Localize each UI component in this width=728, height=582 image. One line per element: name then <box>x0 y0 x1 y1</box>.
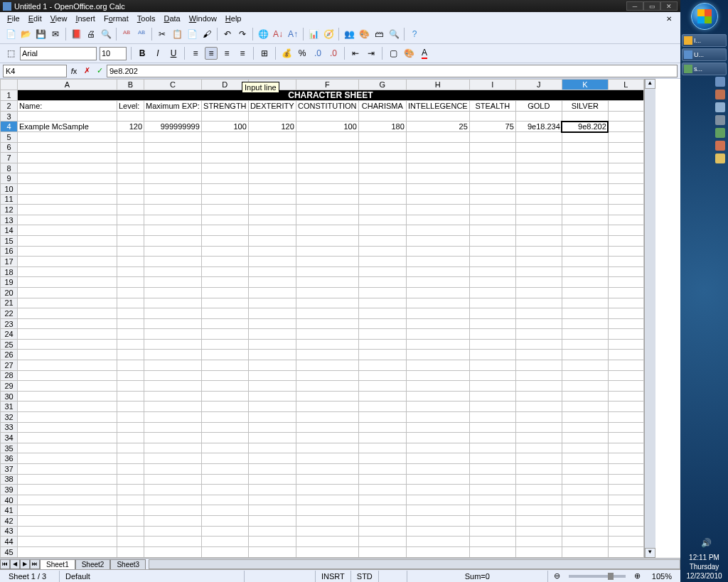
cell-K11[interactable] <box>562 194 608 205</box>
row-header-19[interactable]: 19 <box>1 277 18 288</box>
cell-E31[interactable] <box>248 402 296 412</box>
cell-D44[interactable] <box>201 537 248 547</box>
cell-B3[interactable] <box>117 111 144 122</box>
cell-H6[interactable] <box>406 142 469 153</box>
cell-L33[interactable] <box>608 422 643 433</box>
row-header-43[interactable]: 43 <box>1 526 18 537</box>
row-header-12[interactable]: 12 <box>1 205 18 215</box>
cell-L41[interactable] <box>608 505 643 516</box>
zoom-slider[interactable] <box>569 575 626 578</box>
cell-K37[interactable] <box>562 464 608 475</box>
cell-G32[interactable] <box>358 412 406 423</box>
cell-A9[interactable] <box>18 173 117 184</box>
cell-H38[interactable] <box>406 474 469 485</box>
row-header-11[interactable]: 11 <box>1 194 18 205</box>
cell-K33[interactable] <box>562 422 608 433</box>
cell-E3[interactable] <box>248 111 296 122</box>
cell-C14[interactable] <box>144 225 202 236</box>
cell-F29[interactable] <box>296 381 358 392</box>
cell-C22[interactable] <box>144 308 202 319</box>
tab-first-icon[interactable]: ⏮ <box>0 559 10 569</box>
cell-A12[interactable] <box>18 205 117 215</box>
font-size-select[interactable] <box>100 47 127 60</box>
zoom-in-icon[interactable]: ⊕ <box>628 571 646 582</box>
cell-I20[interactable] <box>469 287 515 298</box>
cell-D8[interactable] <box>201 163 248 173</box>
cell-C13[interactable] <box>144 215 202 225</box>
cell-D21[interactable] <box>201 298 248 308</box>
cell-B14[interactable] <box>117 225 144 236</box>
row-header-8[interactable]: 8 <box>1 163 18 173</box>
cell-I33[interactable] <box>469 422 515 433</box>
cell-H20[interactable] <box>406 287 469 298</box>
cell-K19[interactable] <box>562 277 608 288</box>
cell-I3[interactable] <box>469 111 515 122</box>
row-header-37[interactable]: 37 <box>1 464 18 475</box>
cell-I5[interactable] <box>469 132 515 143</box>
cell-G11[interactable] <box>358 194 406 205</box>
cell-K6[interactable] <box>562 142 608 153</box>
cell-C38[interactable] <box>144 474 202 485</box>
row-header-41[interactable]: 41 <box>1 505 18 516</box>
row-header-13[interactable]: 13 <box>1 215 18 225</box>
cell-B35[interactable] <box>117 443 144 453</box>
indent-dec-icon[interactable]: ⇤ <box>349 47 362 60</box>
cell-J23[interactable] <box>515 318 562 329</box>
scroll-down-icon[interactable]: ▼ <box>645 548 655 558</box>
chart-icon[interactable]: 📊 <box>307 28 320 41</box>
col-header-I[interactable]: I <box>469 80 515 90</box>
cell-L40[interactable] <box>608 495 643 505</box>
cell-B11[interactable] <box>117 194 144 205</box>
cell-K35[interactable] <box>562 443 608 453</box>
cell-K36[interactable] <box>562 453 608 464</box>
cell-A6[interactable] <box>18 142 117 153</box>
cell-K34[interactable] <box>562 433 608 443</box>
cell-K39[interactable] <box>562 485 608 495</box>
cell-G25[interactable] <box>358 339 406 350</box>
currency-icon[interactable]: 💰 <box>280 47 293 60</box>
cell-A5[interactable] <box>18 132 117 143</box>
cell-F22[interactable] <box>296 308 358 319</box>
cell-G37[interactable] <box>358 464 406 475</box>
cell-C31[interactable] <box>144 402 202 412</box>
cell-K22[interactable] <box>562 308 608 319</box>
cell-B7[interactable] <box>117 153 144 163</box>
cell-E20[interactable] <box>248 287 296 298</box>
cell-C26[interactable] <box>144 350 202 360</box>
cell-J38[interactable] <box>515 474 562 485</box>
cell-B30[interactable] <box>117 391 144 402</box>
cell-F17[interactable] <box>296 257 358 267</box>
cell-A33[interactable] <box>18 422 117 433</box>
cell-I41[interactable] <box>469 505 515 516</box>
cell-C23[interactable] <box>144 318 202 329</box>
cell-I36[interactable] <box>469 453 515 464</box>
row-header-45[interactable]: 45 <box>1 546 18 557</box>
cancel-icon[interactable]: ✗ <box>81 65 92 77</box>
cell-F11[interactable] <box>296 194 358 205</box>
row-header-24[interactable]: 24 <box>1 329 18 340</box>
row-header-22[interactable]: 22 <box>1 308 18 319</box>
cell-F41[interactable] <box>296 505 358 516</box>
cell-H36[interactable] <box>406 453 469 464</box>
cell-F40[interactable] <box>296 495 358 505</box>
cell-K5[interactable] <box>562 132 608 143</box>
cell-L39[interactable] <box>608 485 643 495</box>
cell-K8[interactable] <box>562 163 608 173</box>
cell-I34[interactable] <box>469 433 515 443</box>
cell-E7[interactable] <box>248 153 296 163</box>
cell-J11[interactable] <box>515 194 562 205</box>
row-header-36[interactable]: 36 <box>1 453 18 464</box>
cell-A2[interactable]: Name: <box>18 101 117 112</box>
cell-H25[interactable] <box>406 339 469 350</box>
cell-E29[interactable] <box>248 381 296 392</box>
row-header-2[interactable]: 2 <box>1 101 18 112</box>
cell-H19[interactable] <box>406 277 469 288</box>
cell-C16[interactable] <box>144 246 202 257</box>
cell-J16[interactable] <box>515 246 562 257</box>
cell-I9[interactable] <box>469 173 515 184</box>
cell-F23[interactable] <box>296 318 358 329</box>
cell-E45[interactable] <box>248 546 296 557</box>
cell-L2[interactable] <box>608 101 643 112</box>
cell-L37[interactable] <box>608 464 643 475</box>
cell-C37[interactable] <box>144 464 202 475</box>
